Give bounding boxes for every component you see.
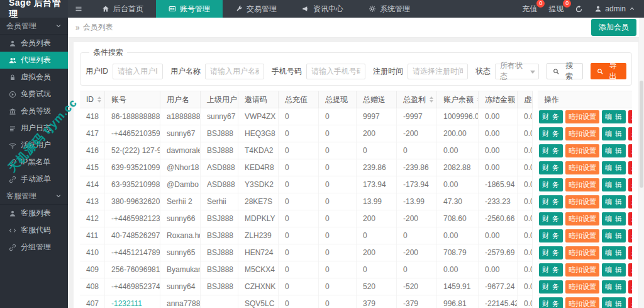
- edit-button[interactable]: 编 辑: [602, 297, 626, 308]
- finance-button[interactable]: 财 务: [539, 195, 563, 208]
- sidebar-item[interactable]: 用户日志: [0, 120, 68, 137]
- deduct-button[interactable]: 暗扣设置: [565, 229, 599, 242]
- add-member-button[interactable]: 添加会员: [591, 19, 636, 36]
- deduct-button[interactable]: 暗扣设置: [565, 144, 599, 157]
- sidebar-item[interactable]: 会员等级: [0, 103, 68, 120]
- deduct-button[interactable]: 暗扣设置: [565, 161, 599, 174]
- delete-button[interactable]: 删除: [628, 280, 632, 294]
- finance-button[interactable]: 财 务: [539, 297, 563, 308]
- export-button[interactable]: 导出: [591, 63, 626, 79]
- delete-button[interactable]: 删除: [628, 263, 632, 277]
- admin-menu[interactable]: admin: [594, 4, 635, 13]
- sidebar-group-header[interactable]: 客服管理: [0, 188, 68, 205]
- filter-input[interactable]: [306, 64, 365, 79]
- deduct-button[interactable]: 暗扣设置: [565, 178, 599, 191]
- deduct-button[interactable]: 暗扣设置: [565, 212, 599, 225]
- vertical-scrollbar[interactable]: [639, 18, 644, 308]
- sort-icon[interactable]: [430, 96, 433, 103]
- deduct-button[interactable]: 暗扣设置: [565, 263, 599, 277]
- column-header[interactable]: 冻结金额: [479, 91, 518, 108]
- deduct-button[interactable]: 暗扣设置: [565, 127, 599, 140]
- scrollbar-thumb[interactable]: [640, 81, 643, 188]
- finance-button[interactable]: 财 务: [539, 212, 563, 225]
- finance-button[interactable]: 财 务: [539, 178, 563, 191]
- filter-input[interactable]: [408, 64, 468, 79]
- delete-button[interactable]: 删除: [628, 297, 632, 308]
- finance-button[interactable]: 财 务: [539, 110, 563, 123]
- status-select[interactable]: 所有状态: [495, 64, 539, 79]
- sidebar-item[interactable]: 客服代码: [0, 222, 68, 239]
- deduct-button[interactable]: 暗扣设置: [565, 297, 599, 308]
- sidebar-item[interactable]: 代理列表: [0, 52, 68, 69]
- finance-button[interactable]: 财 务: [539, 144, 563, 157]
- top-nav-item[interactable]: 交易管理: [223, 0, 289, 18]
- menu-toggle[interactable]: [68, 0, 89, 18]
- delete-button[interactable]: 删除: [628, 127, 632, 140]
- top-nav-item[interactable]: 账号管理: [156, 0, 223, 18]
- delete-button[interactable]: 删除: [628, 110, 632, 123]
- edit-button[interactable]: 编 辑: [602, 144, 626, 157]
- delete-button[interactable]: 删除: [628, 229, 632, 242]
- finance-button[interactable]: 财 务: [539, 263, 563, 277]
- top-nav-item[interactable]: 后台首页: [89, 0, 156, 18]
- sidebar-item[interactable]: 分组管理: [0, 239, 68, 256]
- finance-button[interactable]: 财 务: [539, 246, 563, 260]
- delete-button[interactable]: 删除: [628, 178, 632, 191]
- filter-input[interactable]: [205, 64, 264, 79]
- sort-icon[interactable]: [97, 96, 101, 103]
- delete-button[interactable]: 删除: [628, 212, 632, 225]
- delete-button[interactable]: 删除: [628, 144, 632, 157]
- sidebar-group-header[interactable]: 会员管理: [0, 18, 68, 35]
- edit-button[interactable]: 编 辑: [602, 246, 626, 260]
- edit-button[interactable]: 编 辑: [602, 195, 626, 208]
- sidebar-item[interactable]: IP黑名单: [0, 154, 68, 171]
- top-nav-item[interactable]: 资讯中心: [289, 0, 356, 18]
- column-header[interactable]: 总盈利: [397, 91, 437, 108]
- edit-button[interactable]: 编 辑: [602, 229, 626, 242]
- finance-button[interactable]: 财 务: [539, 280, 563, 294]
- sidebar-item[interactable]: 免费试玩: [0, 86, 68, 103]
- deduct-button[interactable]: 暗扣设置: [565, 280, 599, 294]
- members-table: ID账号用户名上级用户邀请码总充值总提现总赠送总盈利账户余额冻结金额虚拟金额操作…: [80, 91, 632, 308]
- sidebar-item[interactable]: 虚拟会员: [0, 69, 68, 86]
- sidebar-item[interactable]: 手动派单: [0, 171, 68, 188]
- filter-input[interactable]: [113, 64, 163, 79]
- sidebar-item[interactable]: 活跃用户: [0, 137, 68, 154]
- finance-button[interactable]: 财 务: [539, 229, 563, 242]
- delete-button[interactable]: 删除: [628, 246, 632, 260]
- deduct-button[interactable]: 暗扣设置: [565, 195, 599, 208]
- finance-button[interactable]: 财 务: [539, 161, 563, 174]
- deduct-button[interactable]: 暗扣设置: [565, 110, 599, 123]
- row-actions: 财 务暗扣设置编 辑删除: [538, 261, 632, 278]
- delete-button[interactable]: 删除: [628, 161, 632, 174]
- sidebar-item[interactable]: 客服列表: [0, 205, 68, 222]
- top-nav-item[interactable]: 系统管理: [356, 0, 423, 18]
- edit-button[interactable]: 编 辑: [602, 127, 626, 140]
- column-header[interactable]: ID: [80, 91, 105, 108]
- edit-button[interactable]: 编 辑: [602, 280, 626, 294]
- cell-account: 380-996326201: [105, 193, 160, 210]
- finance-button[interactable]: 财 务: [539, 127, 563, 140]
- search-button[interactable]: 搜索: [547, 63, 582, 79]
- cell-withdraw: 0: [319, 278, 357, 295]
- edit-button[interactable]: 编 辑: [602, 212, 626, 225]
- content: 条件搜索 用户ID 用户名称 手机号码 注册时间 状态 所有状态: [68, 38, 644, 308]
- cell-account[interactable]: -1232111: [105, 295, 160, 308]
- delete-button[interactable]: 删除: [628, 195, 632, 208]
- edit-button[interactable]: 编 辑: [602, 263, 626, 277]
- deduct-button[interactable]: 暗扣设置: [565, 246, 599, 260]
- cell-username: sunny67: [160, 125, 201, 142]
- sidebar-item[interactable]: 会员列表: [0, 35, 68, 52]
- edit-button[interactable]: 编 辑: [602, 161, 626, 174]
- edit-button[interactable]: 编 辑: [602, 110, 626, 123]
- table-row: 415639-93521099802@Nhor18ASD888KED4R8002…: [80, 159, 632, 176]
- cell-gift: 0: [357, 227, 397, 244]
- refresh-icon[interactable]: [575, 5, 583, 13]
- edit-button[interactable]: 编 辑: [602, 178, 626, 191]
- breadcrumb-current[interactable]: 会员列表: [83, 22, 113, 33]
- recharge-link[interactable]: 充值 0: [522, 4, 537, 14]
- withdraw-link[interactable]: 提现 0: [548, 4, 564, 14]
- fixed-column-gap: [533, 91, 538, 108]
- column-header[interactable]: 账户余额: [437, 91, 479, 108]
- cell-recharge: 0: [279, 193, 319, 210]
